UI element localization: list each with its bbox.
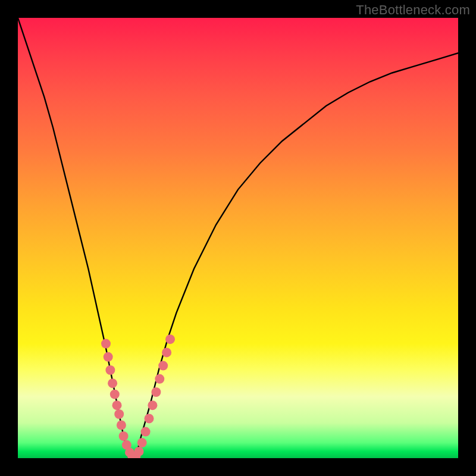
plot-area bbox=[18, 18, 458, 458]
curve-marker bbox=[112, 400, 122, 410]
watermark-text: TheBottleneck.com bbox=[356, 2, 470, 18]
curve-marker bbox=[119, 431, 129, 441]
curve-marker bbox=[145, 414, 154, 423]
curve-marker bbox=[155, 374, 164, 384]
curve-marker bbox=[137, 438, 147, 447]
bottleneck-curve bbox=[18, 18, 458, 458]
curve-marker bbox=[165, 334, 175, 344]
curve-marker bbox=[101, 339, 111, 349]
curve-marker bbox=[104, 352, 113, 362]
curve-marker bbox=[151, 387, 161, 397]
curve-markers bbox=[101, 334, 175, 458]
curve-marker bbox=[134, 447, 144, 456]
curve-marker bbox=[141, 427, 151, 437]
bottleneck-curve-svg bbox=[18, 18, 458, 458]
chart-frame: TheBottleneck.com bbox=[0, 0, 476, 476]
curve-marker bbox=[105, 365, 115, 375]
curve-marker bbox=[108, 378, 117, 388]
curve-marker bbox=[114, 409, 124, 419]
curve-marker bbox=[158, 361, 168, 371]
curve-marker bbox=[148, 400, 157, 410]
curve-marker bbox=[110, 390, 120, 399]
curve-marker bbox=[162, 347, 171, 357]
curve-marker bbox=[117, 421, 126, 430]
